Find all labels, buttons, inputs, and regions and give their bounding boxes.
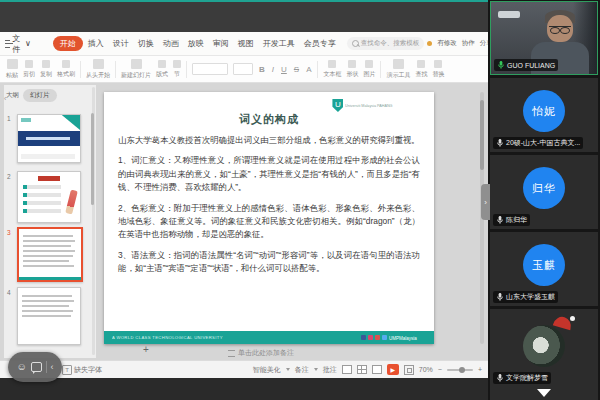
new-slide-button[interactable]: 新建幻灯片 <box>121 59 151 80</box>
slide-thumbnail-2[interactable] <box>17 171 81 223</box>
notes-icon <box>228 350 235 357</box>
shared-screen: 文件 ∨ 开始 插入 设计 切换 动画 放映 审阅 视图 开发工具 会员专享 查… <box>0 0 488 378</box>
paste-button[interactable]: 粘贴 <box>6 59 18 80</box>
participant-tile-video[interactable]: GUO FULIANG <box>490 1 598 75</box>
tab-slideshow[interactable]: 放映 <box>184 36 208 51</box>
ump-shield-icon: U <box>332 99 343 112</box>
modified-status[interactable]: 有修改 <box>437 39 457 48</box>
new-slide-icon <box>131 59 142 69</box>
wps-menubar: 文件 ∨ 开始 插入 设计 切换 动画 放映 审阅 视图 开发工具 会员专享 查… <box>0 32 488 56</box>
reaction-smiley-icon[interactable]: ☺ <box>16 362 26 372</box>
tab-transitions[interactable]: 切换 <box>134 36 158 51</box>
tab-view[interactable]: 视图 <box>234 36 258 51</box>
participant-tile[interactable]: 文学院解梦雪 <box>490 309 598 400</box>
air-conditioner-graphic <box>498 11 520 18</box>
participant-tile[interactable]: 怡妮 20硕-山大-中国古典文... <box>490 78 598 152</box>
thumbnail-scrollbar[interactable] <box>92 87 95 355</box>
font-color-button[interactable]: A <box>305 65 312 74</box>
play-from-start-button[interactable]: 从头开始 <box>86 59 110 80</box>
participant-tile[interactable]: 归华 陈归华 <box>490 155 598 229</box>
collaborate-button[interactable]: 协作 <box>462 39 475 48</box>
thumb-text-line <box>22 300 74 302</box>
bold-button[interactable]: B <box>258 65 266 74</box>
zoom-slider[interactable] <box>447 369 473 371</box>
participant-tile[interactable]: 玉麒 山东大学盛玉麒 <box>490 232 598 306</box>
missing-font-warning[interactable]: T 缺失字体 <box>62 365 102 375</box>
tab-member[interactable]: 会员专享 <box>300 36 340 51</box>
modified-dot-icon <box>427 41 432 46</box>
more-participants-indicator[interactable] <box>537 389 551 397</box>
slideshow-button[interactable]: ▶ <box>387 364 399 375</box>
picture-button[interactable]: 图片 <box>363 60 375 79</box>
cut-icon <box>25 60 33 68</box>
search-icon <box>352 40 359 47</box>
tab-devtools[interactable]: 开发工具 <box>259 36 299 51</box>
footer-handle: UMPMalaysia <box>389 335 417 340</box>
participant-name: 文学院解梦雪 <box>506 373 548 383</box>
add-slide-button[interactable]: + <box>143 344 149 355</box>
font-size-select[interactable] <box>233 63 253 75</box>
tab-outline[interactable]: 大纲 <box>6 91 19 100</box>
layout-button[interactable]: 版式 <box>156 60 168 79</box>
italic-button[interactable]: I <box>271 65 275 74</box>
mic-muted-icon <box>496 138 504 148</box>
mic-muted-icon <box>496 292 504 302</box>
zoom-in-button[interactable]: + <box>478 366 482 373</box>
underline-button[interactable]: U <box>280 65 288 74</box>
find-button[interactable]: 查找 <box>415 60 427 79</box>
strikethrough-button[interactable]: S <box>293 65 300 74</box>
fit-screen-icon[interactable] <box>404 365 414 375</box>
tab-home[interactable]: 开始 <box>53 36 83 51</box>
file-menu[interactable]: 文件 ∨ <box>5 33 31 55</box>
normal-view-icon[interactable] <box>342 365 352 374</box>
format-painter-button[interactable]: 格式刷 <box>57 60 75 79</box>
ribbon-separator <box>317 61 318 78</box>
slide-paragraph: 2、色彩意义：附加于理性意义上的感情色彩、语体色彩、形象色彩、外来色彩、地域色彩… <box>118 202 420 242</box>
comments-button[interactable]: 批注 <box>323 365 337 375</box>
participant-label: 山东大学盛玉麒 <box>493 291 558 303</box>
slide-paragraph: 3、语法意义：指词的语法属性“名词”“动词”“形容词”等，以及词在语句里的语法功… <box>118 249 420 276</box>
tab-animations[interactable]: 动画 <box>159 36 183 51</box>
shapes-button[interactable]: 形状 <box>346 60 358 79</box>
collapse-pill-icon[interactable]: ‹ <box>51 362 54 372</box>
copy-button[interactable]: 复制 <box>40 60 52 79</box>
ribbon-separator <box>80 61 81 78</box>
tab-slides[interactable]: 幻灯片 <box>23 89 57 102</box>
notes-placeholder[interactable]: 单击此处添加备注 <box>228 348 294 358</box>
statusbar-right: 智能美化 备注 批注 ▶ 70% − + <box>253 364 482 375</box>
slide-thumbnail-4[interactable] <box>17 287 81 345</box>
slide-thumbnail-1[interactable] <box>17 114 81 163</box>
cut-button[interactable]: 剪切 <box>23 60 35 79</box>
textbox-button[interactable]: 文本框 <box>323 60 341 79</box>
slide-thumbnail-3-active[interactable] <box>17 227 83 282</box>
slide-paragraph: 1、词汇意义：又称理性意义，所谓理性意义就是词在使用过程中形成的社会公认的由词典… <box>118 154 420 194</box>
meeting-bottom-strip <box>0 378 488 400</box>
ump-logo-text: Universiti Malaysia PAHANG <box>345 104 392 106</box>
tab-insert[interactable]: 插入 <box>84 36 108 51</box>
zoom-slider-knob[interactable] <box>459 367 465 373</box>
sorter-view-icon[interactable] <box>357 365 367 374</box>
shapes-icon <box>348 60 356 68</box>
chat-bubble-icon[interactable] <box>31 362 42 372</box>
person-glasses <box>549 26 571 32</box>
present-tools-button[interactable]: 演示工具 <box>386 59 410 80</box>
reading-view-icon[interactable] <box>372 365 382 374</box>
section-button[interactable]: 节 <box>173 60 181 79</box>
meeting-reactions-pill[interactable]: ☺ ‹ <box>8 352 62 382</box>
command-search-input[interactable]: 查找命令、搜索模板 <box>347 37 425 50</box>
notes-toggle-button[interactable]: 备注 <box>295 365 309 375</box>
font-name-select[interactable] <box>192 63 228 75</box>
slide-footer-bar: A WORLD CLASS TECHNOLOGICAL UNIVERSITY U… <box>104 331 434 344</box>
slide-canvas[interactable]: U Universiti Malaysia PAHANG 词义的构成 山东大学葛… <box>104 92 434 344</box>
zoom-out-button[interactable]: − <box>438 366 442 373</box>
tab-design[interactable]: 设计 <box>109 36 133 51</box>
replace-button[interactable]: 替换 <box>432 60 444 79</box>
tab-review[interactable]: 审阅 <box>209 36 233 51</box>
thumb-text-line <box>23 235 73 237</box>
thumb-list-row <box>23 201 61 205</box>
zoom-level[interactable]: 70% <box>419 366 433 373</box>
slide-number-active: 3 <box>7 229 11 236</box>
thumb-teal-bar <box>19 277 81 280</box>
sidebar-collapse-handle[interactable]: › <box>481 184 490 220</box>
smart-beautify-button[interactable]: 智能美化 <box>253 365 281 375</box>
